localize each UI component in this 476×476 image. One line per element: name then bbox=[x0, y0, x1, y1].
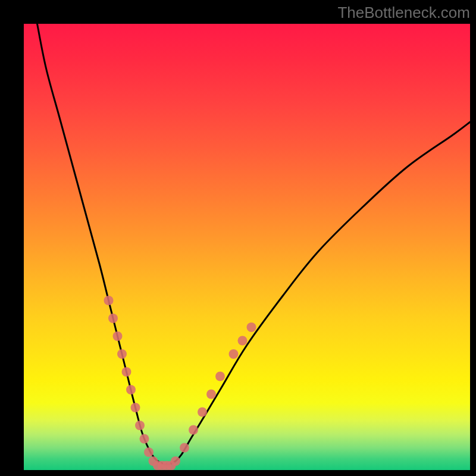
marker-dot bbox=[140, 434, 149, 444]
chart-container: TheBottleneck.com bbox=[0, 0, 476, 476]
marker-dot bbox=[104, 296, 114, 305]
marker-dot bbox=[135, 421, 145, 430]
marker-dot bbox=[238, 336, 248, 346]
bottleneck-curve bbox=[37, 24, 471, 465]
marker-dot bbox=[171, 456, 180, 466]
marker-dot bbox=[206, 390, 216, 399]
marker-dot bbox=[122, 367, 131, 377]
marker-dot bbox=[198, 408, 207, 417]
curve-layer bbox=[24, 24, 470, 470]
marker-dot bbox=[247, 322, 256, 332]
marker-dot bbox=[108, 314, 118, 323]
marker-dot bbox=[126, 385, 136, 394]
plot-area bbox=[24, 24, 470, 470]
marker-dot bbox=[144, 447, 154, 457]
marker-dot bbox=[180, 443, 189, 453]
marker-dot bbox=[117, 349, 127, 359]
marker-dot bbox=[189, 425, 198, 435]
marker-dot bbox=[215, 372, 225, 381]
watermark-text: TheBottleneck.com bbox=[337, 4, 470, 22]
marker-dot bbox=[229, 349, 239, 359]
marker-dot bbox=[113, 331, 123, 341]
marker-dot bbox=[131, 403, 140, 412]
bottleneck-curve-path bbox=[37, 24, 471, 465]
highlighted-points bbox=[104, 296, 256, 470]
